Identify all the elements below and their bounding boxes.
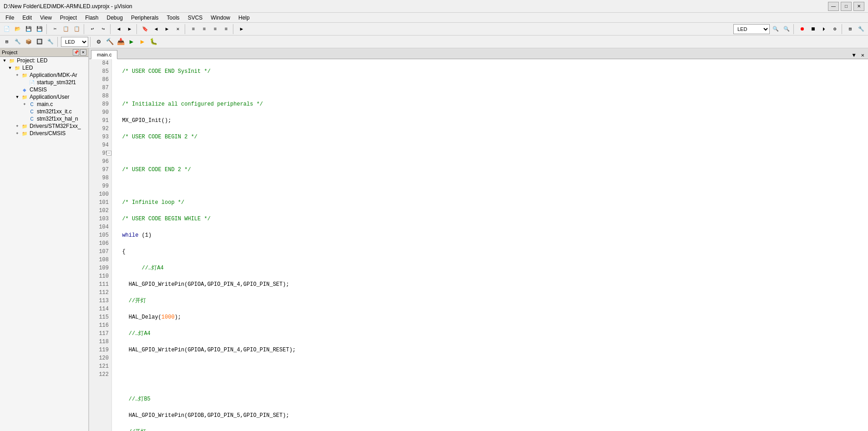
code-editor[interactable]: 84 85 86 87 88 89 90 91 92 93 94 95− 96 … xyxy=(89,59,868,431)
menu-help[interactable]: Help xyxy=(235,14,253,22)
code-line-87: MX_GPIO_Init(); xyxy=(116,117,864,125)
folder-icon: 📁 xyxy=(21,94,28,100)
tab-close-button[interactable]: ✕ xyxy=(859,52,866,59)
separator8 xyxy=(842,24,843,34)
settings-button[interactable]: 🔧 xyxy=(856,24,866,34)
led-node[interactable]: ▼ 📁 LED xyxy=(0,64,88,71)
code-line-94: while (1) xyxy=(116,231,864,239)
uncomment-button[interactable]: ≡ xyxy=(221,24,231,34)
undo-button[interactable]: ↩ xyxy=(87,24,97,34)
line-num-94: 94 xyxy=(89,141,111,149)
line-num-95: 95− xyxy=(89,149,111,157)
indent-button[interactable]: ≡ xyxy=(188,24,198,34)
menu-tools[interactable]: Tools xyxy=(163,14,183,22)
project-root[interactable]: ▼ 📁 Project: LED xyxy=(0,57,88,64)
app-mdk-label: Application/MDK-Ar xyxy=(30,72,77,78)
code-line-95: { xyxy=(116,248,864,256)
bookmark-next-button[interactable]: ▶ xyxy=(162,24,172,34)
stm32-hal-node[interactable]: C stm32f1xx_hal_n xyxy=(0,115,88,122)
maximize-button[interactable]: □ xyxy=(841,2,852,11)
tb2-build-button[interactable]: 🔨 xyxy=(105,37,115,47)
tb2-target-settings[interactable]: ⚙ xyxy=(94,37,104,47)
app-user-node[interactable]: ▼ 📁 Application/User xyxy=(0,93,88,101)
main-c-node[interactable]: + C main.c xyxy=(0,101,88,108)
line-num-85: 85 xyxy=(89,67,111,76)
line-num-113: 113 xyxy=(89,297,111,305)
cut-button[interactable]: ✂ xyxy=(50,24,60,34)
tb2-btn3[interactable]: 📦 xyxy=(24,37,34,47)
options-button[interactable]: ⚙ xyxy=(830,24,840,34)
file-c3-icon: C xyxy=(28,116,35,122)
bookmark-clear-button[interactable]: ✕ xyxy=(173,24,183,34)
tab-dropdown-button[interactable]: ▼ xyxy=(851,52,858,59)
code-content[interactable]: /* USER CODE END SysInit */ /* Initializ… xyxy=(112,59,868,431)
line-num-102: 102 xyxy=(89,207,111,215)
target-name-dropdown[interactable]: LED xyxy=(61,37,88,47)
window-controls: — □ ✕ xyxy=(828,2,864,11)
code-line-100: //…灯A4 xyxy=(116,330,864,338)
menu-project[interactable]: Project xyxy=(56,14,81,22)
folder-icon: 📁 xyxy=(14,65,21,71)
drivers-cmsis-node[interactable]: + 📁 Drivers/CMSIS xyxy=(0,130,88,137)
paste-button[interactable]: 📋 xyxy=(72,24,82,34)
find-in-files-button[interactable]: 🔍 xyxy=(782,24,792,34)
separator2 xyxy=(84,24,86,34)
menu-peripherals[interactable]: Peripherals xyxy=(127,14,162,22)
new-file-button[interactable]: 📄 xyxy=(2,24,12,34)
menu-file[interactable]: File xyxy=(2,14,18,22)
panel-close-button[interactable]: ✕ xyxy=(80,49,86,56)
drivers-stm32-node[interactable]: + 📁 Drivers/STM32F1xx_ xyxy=(0,122,88,130)
save-button[interactable]: 💾 xyxy=(24,24,34,34)
open-file-button[interactable]: 📂 xyxy=(13,24,23,34)
tb2-load-button[interactable]: 📥 xyxy=(116,37,126,47)
project-panel-header: Project 📌 ✕ xyxy=(0,48,88,57)
menu-flash[interactable]: Flash xyxy=(81,14,102,22)
app-mdk-node[interactable]: + 📁 Application/MDK-Ar xyxy=(0,71,88,79)
startup-file-node[interactable]: 📄 startup_stm32f1 xyxy=(0,79,88,86)
tb2-btn2[interactable]: 🔧 xyxy=(13,37,23,47)
save-all-button[interactable]: 💾 xyxy=(35,24,45,34)
unindent-button[interactable]: ≡ xyxy=(199,24,209,34)
tb2-btn5[interactable]: 🔧 xyxy=(45,37,56,47)
menu-view[interactable]: View xyxy=(36,14,56,22)
nav-back-button[interactable]: ◀ xyxy=(114,24,124,34)
cmsis-node[interactable]: ◆ CMSIS xyxy=(0,86,88,93)
playback-button[interactable]: ⏵ xyxy=(819,24,829,34)
panel-pin-button[interactable]: 📌 xyxy=(73,49,79,56)
bookmark-toggle-button[interactable]: 🔖 xyxy=(140,24,150,34)
cmsis-label: CMSIS xyxy=(30,86,47,93)
nav-fwd-button[interactable]: ▶ xyxy=(125,24,135,34)
line-num-115: 115 xyxy=(89,313,111,321)
redo-button[interactable]: ↪ xyxy=(98,24,108,34)
target-dropdown[interactable]: LED xyxy=(733,24,770,34)
menu-window[interactable]: Window xyxy=(207,14,234,22)
find-button[interactable]: 🔍 xyxy=(771,24,781,34)
expand-icon: + xyxy=(22,101,27,107)
layout-button[interactable]: ⊞ xyxy=(845,24,855,34)
tb2-debug-button[interactable]: 🐛 xyxy=(148,37,158,47)
folder-icon: 📁 xyxy=(21,123,28,129)
tb2-btn4[interactable]: 🔲 xyxy=(35,37,45,47)
line-num-89: 89 xyxy=(89,100,111,108)
code-line-86: /* Initialize all configured peripherals… xyxy=(116,100,864,108)
close-button[interactable]: ✕ xyxy=(853,2,864,11)
folder-icon: 📁 xyxy=(21,72,28,78)
tb2-orange-arrow[interactable]: ▶ xyxy=(137,37,147,47)
tb2-green-arrow[interactable]: ▶ xyxy=(126,37,136,47)
line-num-96: 96 xyxy=(89,157,111,166)
stop-button[interactable]: ⏹ xyxy=(808,24,818,34)
menu-debug[interactable]: Debug xyxy=(103,14,126,22)
copy-button[interactable]: 📋 xyxy=(61,24,71,34)
menu-svcs[interactable]: SVCS xyxy=(184,14,207,22)
tab-main-c[interactable]: main.c xyxy=(91,50,117,59)
main-c-label: main.c xyxy=(37,101,53,107)
record-button[interactable]: ⏺ xyxy=(797,24,807,34)
stm32-it-node[interactable]: C stm32f1xx_it.c xyxy=(0,108,88,115)
bookmark-prev-button[interactable]: ◀ xyxy=(151,24,161,34)
comment-button[interactable]: ≡ xyxy=(210,24,220,34)
separator7 xyxy=(793,24,795,34)
minimize-button[interactable]: — xyxy=(828,2,839,11)
tb2-btn1[interactable]: ⊞ xyxy=(2,37,12,47)
menu-edit[interactable]: Edit xyxy=(19,14,35,22)
run-button[interactable]: ▶ xyxy=(237,24,247,34)
